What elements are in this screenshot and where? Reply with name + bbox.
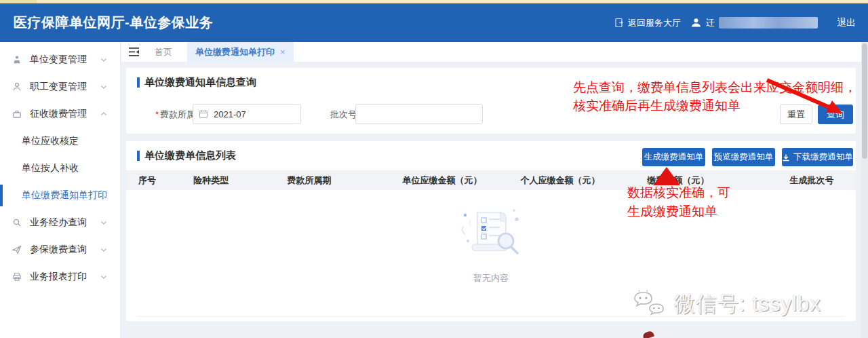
logout-button[interactable]: 退出	[837, 17, 856, 29]
period-date-input[interactable]	[193, 104, 301, 124]
preview-notice-button[interactable]: 预览缴费通知单	[712, 148, 775, 166]
sidebar-item-label: 职工变更管理	[30, 81, 87, 93]
generate-notice-button[interactable]: 生成缴费通知单	[642, 148, 705, 166]
chevron-down-icon	[100, 219, 108, 227]
vertical-scrollbar[interactable]	[861, 42, 868, 338]
batch-input[interactable]	[355, 104, 483, 124]
sidebar-item-report-print[interactable]: 业务报表打印	[0, 263, 120, 290]
col-batch-no: 生成批次号	[790, 170, 834, 190]
tab-label: 单位缴费通知单打印	[195, 46, 275, 58]
sidebar: 单位变更管理 职工变更管理 征收缴费管理 单位应收核定 单位按人补收	[0, 42, 121, 338]
batch-label: 批次号	[330, 109, 357, 121]
sidebar-item-label: 业务经办查询	[30, 217, 87, 229]
briefcase-icon	[12, 109, 22, 119]
sidebar-subitem-label: 单位应收核定	[22, 135, 79, 147]
query-tip-line2: 核实准确后再生成缴费通知单	[573, 96, 856, 115]
query-section-title: 单位缴费通知单信息查询	[137, 76, 256, 89]
calendar-icon	[199, 109, 208, 119]
send-icon	[12, 244, 22, 255]
partial-watermark-blob	[642, 331, 654, 338]
download-icon	[782, 153, 790, 162]
sidebar-item-label: 业务报表打印	[30, 271, 87, 283]
back-to-hall-button[interactable]: 返回服务大厅	[614, 17, 681, 29]
sidebar-subitem-payment-notice-print[interactable]: 单位缴费通知单打印	[0, 182, 120, 209]
sidebar-item-employee-change[interactable]: 职工变更管理	[0, 73, 120, 100]
card-bottom-divider	[137, 316, 845, 317]
empty-text: 暂无内容	[126, 272, 856, 284]
sidebar-item-insured-payment-query[interactable]: 参保缴费查询	[0, 236, 120, 263]
search-icon	[12, 217, 22, 228]
person-icon	[12, 81, 22, 92]
list-card: 单位缴费单信息列表 生成缴费通知单 预览缴费通知单 下载缴费通知单 序号 险种类…	[126, 141, 856, 321]
sidebar-item-levy-payment[interactable]: 征收缴费管理	[0, 100, 120, 128]
period-value[interactable]	[212, 109, 295, 120]
printer-icon	[12, 271, 22, 282]
app-window: 医疗保障单位网厅-单位参保业务 返回服务大厅 迁 退出	[0, 0, 868, 338]
app-header: 医疗保障单位网厅-单位参保业务 返回服务大厅 迁 退出	[0, 3, 868, 42]
tab-close-icon[interactable]: ×	[280, 47, 285, 57]
batch-value[interactable]	[361, 109, 477, 120]
chevron-up-icon	[100, 110, 108, 118]
menu-fold-icon[interactable]	[128, 47, 140, 57]
required-mark: *	[155, 109, 159, 119]
red-triangle-icon	[653, 167, 680, 185]
sidebar-item-label: 征收缴费管理	[30, 108, 87, 120]
tab-payment-notice-print[interactable]: 单位缴费通知单打印 ×	[187, 42, 294, 62]
chevron-down-icon	[100, 273, 108, 281]
podium-person-icon	[12, 54, 22, 65]
download-label: 下载缴费通知单	[793, 151, 853, 163]
generate-tip-annotation: 数据核实准确，可 生成缴费通知单	[627, 183, 730, 221]
user-icon	[690, 17, 702, 29]
sidebar-item-label: 单位变更管理	[30, 54, 87, 66]
sidebar-subitem-label: 单位按人补收	[22, 162, 79, 174]
tab-bar: 首页 单位缴费通知单打印 ×	[121, 42, 868, 62]
page-title: 医疗保障单位网厅-单位参保业务	[14, 14, 213, 32]
scrollbar-thumb[interactable]	[862, 43, 867, 159]
empty-illustration-icon	[454, 206, 528, 260]
exit-document-icon	[614, 18, 624, 28]
section-bar	[137, 77, 140, 88]
sidebar-subitem-label: 单位缴费通知单打印	[22, 189, 107, 202]
table-header-row: 序号 险种类型 费款所属期 单位应缴金额（元） 个人应缴金额（元） 缴费总额（元…	[126, 170, 856, 190]
chevron-down-icon	[100, 246, 108, 254]
chevron-down-icon	[100, 83, 108, 91]
col-insurance-type: 险种类型	[193, 170, 229, 190]
user-chip[interactable]: 迁	[690, 17, 818, 29]
query-tip-annotation: 先点查询，缴费单信息列表会出来应交金额明细， 核实准确后再生成缴费通知单	[573, 78, 856, 115]
chevron-down-icon	[100, 56, 108, 64]
redacted-user-name	[719, 17, 818, 29]
list-section-title: 单位缴费单信息列表	[137, 149, 236, 162]
sidebar-subitem-supplement-by-person[interactable]: 单位按人补收	[0, 155, 120, 182]
col-person-amount: 个人应缴金额（元）	[521, 170, 600, 190]
generate-tip-line1: 数据核实准确，可	[627, 183, 730, 202]
tab-home[interactable]: 首页	[155, 46, 172, 58]
col-period: 费款所属期	[288, 170, 332, 190]
section-bar	[137, 151, 140, 161]
generate-tip-line2: 生成缴费通知单	[627, 202, 730, 221]
sidebar-subitem-receivable-check[interactable]: 单位应收核定	[0, 128, 120, 155]
empty-state: 暂无内容	[126, 206, 856, 284]
col-unit-amount: 单位应缴金额（元）	[403, 170, 482, 190]
sidebar-item-business-query[interactable]: 业务经办查询	[0, 209, 120, 236]
sidebar-item-label: 参保缴费查询	[30, 244, 87, 256]
download-notice-button[interactable]: 下载缴费通知单	[782, 148, 853, 166]
col-seq: 序号	[138, 170, 156, 190]
sidebar-item-unit-change[interactable]: 单位变更管理	[0, 46, 120, 73]
query-tip-line1: 先点查询，缴费单信息列表会出来应交金额明细，	[573, 78, 856, 96]
user-name-prefix: 迁	[706, 17, 715, 29]
back-to-hall-label: 返回服务大厅	[628, 17, 681, 29]
